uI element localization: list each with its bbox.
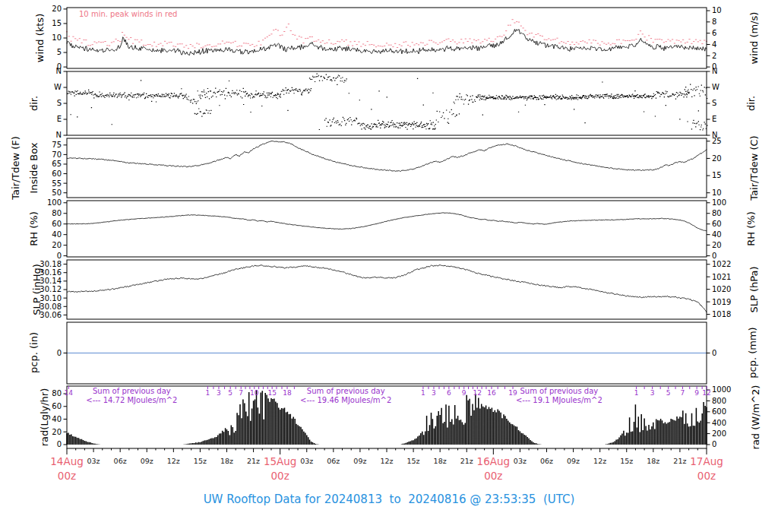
svg-text:55: 55 <box>52 179 62 188</box>
svg-text:60: 60 <box>712 220 722 228</box>
svg-text:7: 7 <box>681 389 685 397</box>
svg-text:18: 18 <box>283 389 292 397</box>
svg-text:40: 40 <box>712 230 722 239</box>
rad-right-axis-title: rad (W/m^2) <box>750 385 761 450</box>
svg-text:S: S <box>57 99 62 107</box>
svg-text:5: 5 <box>57 48 62 56</box>
x-hour-label: 03z <box>297 457 317 465</box>
rad-sum-annotation-1-line1: Sum of previous day <box>93 387 171 395</box>
x-hour-label: 12z <box>163 457 183 465</box>
svg-text:0: 0 <box>712 252 716 260</box>
x-hour-label: 18z <box>217 457 237 465</box>
svg-text:30.08: 30.08 <box>40 302 62 311</box>
svg-text:2: 2 <box>712 52 716 60</box>
x-hour-label: 06z <box>324 457 343 465</box>
pcp-left-axis-title: pcp. (in) <box>28 332 40 373</box>
svg-text:0: 0 <box>712 440 716 448</box>
series-layer <box>66 20 708 445</box>
svg-text:7: 7 <box>239 389 243 397</box>
rh-right-axis-title: RH (%) <box>745 211 757 245</box>
svg-text:30.16: 30.16 <box>40 268 62 277</box>
svg-text:25: 25 <box>712 137 722 145</box>
rh-panel-frame <box>67 201 707 257</box>
svg-text:65: 65 <box>52 160 62 168</box>
svg-text:1: 1 <box>634 389 639 397</box>
x-hour-label: 21z <box>244 457 264 465</box>
tair-series <box>67 141 707 172</box>
svg-text:5: 5 <box>666 389 671 397</box>
x-hour-label: 18z <box>644 457 663 465</box>
x-hour-label: 03z <box>510 457 530 465</box>
svg-text:N: N <box>56 131 62 139</box>
svg-text:6: 6 <box>447 389 451 397</box>
svg-text:0: 0 <box>57 349 62 357</box>
rad-sum-annotation-2-line1: Sum of previous day <box>307 387 385 395</box>
svg-text:1021: 1021 <box>712 273 731 281</box>
svg-text:3: 3 <box>432 389 436 397</box>
slp-panel-frame <box>67 260 707 319</box>
svg-text:80: 80 <box>52 209 62 217</box>
svg-text:20: 20 <box>712 154 722 163</box>
rh-left-axis-title: RH (%) <box>28 211 40 245</box>
svg-text:50: 50 <box>52 188 62 197</box>
svg-text:1022: 1022 <box>712 260 731 268</box>
svg-text:W: W <box>54 83 62 91</box>
time-axis-labels: 14Aug00z15Aug00z16Aug00z17Aug00z03z06z09… <box>0 0 778 46</box>
x-hour-label: 12z <box>590 457 610 465</box>
svg-text:S: S <box>712 99 716 107</box>
svg-text:0: 0 <box>712 349 716 357</box>
svg-text:5: 5 <box>228 389 232 397</box>
x-hour-label: 09z <box>137 457 157 465</box>
slp-left-axis-title: SLP (inHg) <box>31 264 43 315</box>
x-hour-label: 06z <box>110 457 130 465</box>
svg-text:10: 10 <box>250 389 259 397</box>
svg-text:40: 40 <box>52 415 62 423</box>
svg-text:9: 9 <box>462 389 466 397</box>
tair-right-axis-title: Tair/Tdew (C) <box>748 135 760 200</box>
svg-text:80: 80 <box>712 209 722 217</box>
svg-text:20: 20 <box>712 241 722 249</box>
x-hour-label: 03z <box>84 457 103 465</box>
chart-canvas: 051015200246810NNWWSSEENN505560657075101… <box>0 0 778 532</box>
x-hour-label: 21z <box>670 457 690 465</box>
dir-left-axis-title: dir. <box>28 96 40 111</box>
slp-right-axis-title: SLP (hPa) <box>748 266 760 312</box>
svg-text:1020: 1020 <box>712 285 731 293</box>
svg-text:12: 12 <box>473 389 482 397</box>
svg-text:1019: 1019 <box>712 298 731 306</box>
x-hour-label: 15z <box>190 457 210 465</box>
x-hour-label: 09z <box>564 457 584 465</box>
svg-text:16: 16 <box>487 389 496 397</box>
page-title: UW Rooftop Data for 20240813 to 20240816… <box>0 492 778 506</box>
svg-text:30.14: 30.14 <box>40 277 62 285</box>
svg-text:1000: 1000 <box>712 385 731 394</box>
svg-text:15: 15 <box>267 389 276 397</box>
svg-text:20: 20 <box>52 241 62 249</box>
svg-text:60: 60 <box>52 169 62 178</box>
svg-text:60: 60 <box>52 402 62 410</box>
rad-sum-annotation-2-line2: <--- 19.46 MJoules/m^2 <box>300 396 391 404</box>
svg-text:14: 14 <box>65 389 74 397</box>
x-hour-label: 21z <box>457 457 476 465</box>
svg-text:0: 0 <box>57 440 62 448</box>
rad-sum-annotation-1-line2: <--- 14.72 MJoules/m^2 <box>86 396 177 404</box>
svg-text:30.12: 30.12 <box>40 285 62 293</box>
svg-text:9: 9 <box>694 389 699 397</box>
svg-text:600: 600 <box>712 407 726 416</box>
svg-text:N: N <box>712 67 717 75</box>
svg-text:19: 19 <box>508 389 517 397</box>
svg-text:400: 400 <box>712 419 726 427</box>
svg-text:800: 800 <box>712 397 726 405</box>
svg-text:15: 15 <box>712 171 722 179</box>
svg-text:75: 75 <box>52 141 62 149</box>
svg-text:E: E <box>712 115 716 123</box>
svg-text:3: 3 <box>650 389 655 397</box>
x-hour-label: 18z <box>430 457 450 465</box>
rad-sum-annotation-3-line1: Sum of previous day <box>520 387 598 395</box>
svg-text:12: 12 <box>702 389 710 397</box>
x-hour-label: 09z <box>350 457 370 465</box>
svg-text:1018: 1018 <box>712 310 731 318</box>
svg-text:N: N <box>56 67 62 75</box>
svg-text:E: E <box>57 115 62 123</box>
svg-text:3: 3 <box>217 389 221 397</box>
